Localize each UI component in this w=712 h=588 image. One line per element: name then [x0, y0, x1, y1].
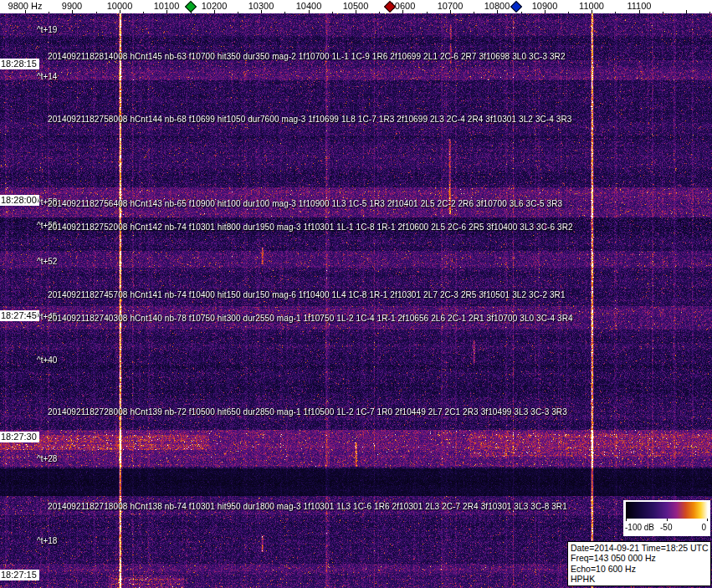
freq-tick-label: 10000: [107, 1, 133, 11]
spectrogram-waterfall-canvas: [0, 13, 712, 588]
freq-tick-label: 10100: [154, 1, 180, 11]
freq-tick-mark: [143, 12, 144, 13]
freq-tick-label: 10900: [532, 1, 558, 11]
blue-diamond-marker-icon[interactable]: [510, 1, 522, 13]
freq-tick-mark: [238, 12, 238, 13]
info-text-line: HPHK: [571, 574, 710, 584]
freq-tick-label: 11000: [579, 1, 604, 11]
meteor-echo-spectrogram-app: 18:28:1518:28:0018:27:4518:27:3018:27:15…: [0, 0, 712, 588]
status-info-box: Date=2014-09-21 Time=18:25 UTCFreq=143 0…: [567, 541, 711, 586]
info-text-line: Freq=143 050 000 Hz: [571, 553, 710, 563]
db-scale-label: -100 dB: [625, 523, 654, 532]
freq-tick-label: 10400: [296, 1, 322, 11]
db-scale-label: 0: [701, 523, 706, 532]
freq-tick-mark: [663, 12, 663, 13]
freq-tick-mark: [96, 12, 97, 13]
freq-tick-mark: [379, 12, 380, 13]
db-gradient-bar: [626, 502, 708, 519]
frequency-axis: 9800 Hz990010000101001020010300104001050…: [0, 0, 712, 13]
freq-tick-label: 10700: [438, 1, 464, 11]
db-scale-labels: -100 dB-500: [623, 523, 710, 534]
freq-tick-mark: [686, 10, 687, 13]
freq-tick-mark: [474, 12, 474, 13]
db-color-scale: -100 dB-500: [623, 500, 710, 536]
freq-tick-label: 10200: [202, 1, 228, 11]
db-tick-icon: [626, 519, 627, 521]
db-tick-icon: [707, 519, 708, 521]
info-text-line: Date=2014-09-21 Time=18:25 UTC: [571, 543, 710, 553]
freq-tick-label: 9900: [62, 1, 82, 11]
freq-tick-label: 10800: [484, 1, 510, 11]
db-scale-label: -50: [660, 523, 672, 532]
freq-tick-label: 11100: [627, 1, 652, 11]
freq-tick-mark: [332, 12, 333, 13]
freq-tick-mark: [709, 12, 710, 13]
freq-tick-mark: [427, 12, 428, 13]
freq-tick-label: 10300: [248, 1, 274, 11]
freq-tick-mark: [49, 12, 49, 13]
freq-tick-mark: [284, 12, 285, 13]
green-diamond-marker-icon[interactable]: [185, 1, 197, 13]
info-text-line: Echo=10 600 Hz: [571, 564, 710, 574]
freq-tick-mark: [615, 12, 616, 13]
freq-tick-label: 10500: [343, 1, 369, 11]
db-tick-icon: [667, 519, 668, 521]
freq-tick-label: 9800 Hz: [8, 1, 43, 11]
freq-tick-mark: [568, 12, 569, 13]
freq-tick-mark: [521, 12, 522, 13]
